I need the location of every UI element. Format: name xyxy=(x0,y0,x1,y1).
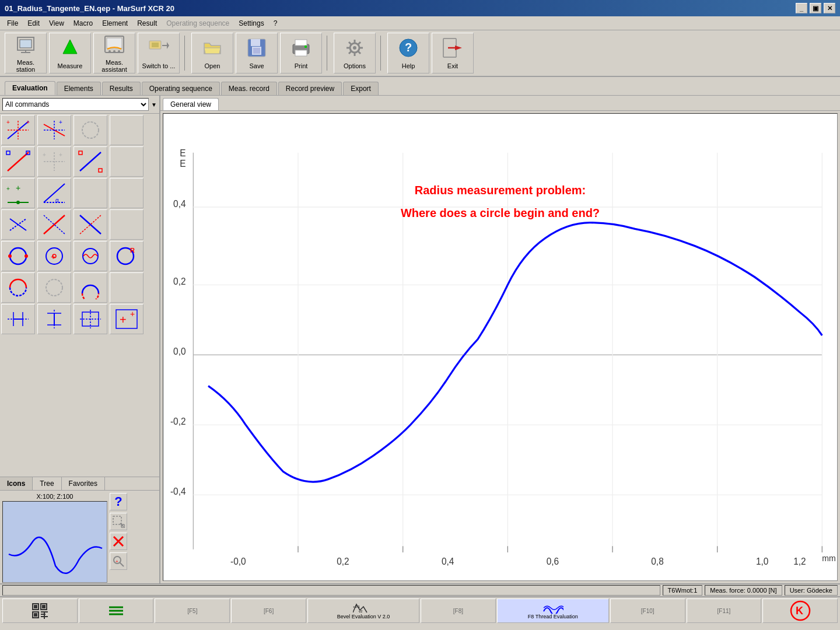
help-button[interactable]: ? Help xyxy=(387,33,429,74)
tab-evaluation[interactable]: Evaluation xyxy=(5,81,55,95)
icon-circle-r[interactable]: R xyxy=(110,241,144,271)
help-svg: ? xyxy=(398,37,419,58)
meas-station-button[interactable]: Meas. station xyxy=(5,33,47,74)
icon-empty[interactable] xyxy=(110,115,144,145)
toolbar-separator-3 xyxy=(380,36,383,71)
icon-diag-blue-red2[interactable] xyxy=(74,209,107,240)
bottom-qr-button[interactable] xyxy=(2,598,78,623)
icon-line-red-diag[interactable] xyxy=(1,146,35,177)
print-label: Print xyxy=(295,62,308,69)
print-svg xyxy=(290,37,312,58)
bottom-f8-button[interactable]: [F8] xyxy=(421,598,496,623)
svg-rect-92 xyxy=(113,516,121,524)
svg-rect-19 xyxy=(304,46,307,48)
icon-partial-circle-gray-svg xyxy=(41,276,67,299)
icon-line-blue-red[interactable] xyxy=(74,146,107,177)
switch-to-button[interactable]: Switch to ... xyxy=(138,33,180,74)
svg-point-55 xyxy=(16,201,20,204)
titlebar-controls[interactable]: _ ▣ ✕ xyxy=(796,3,835,13)
help-preview-button[interactable]: ? xyxy=(110,493,127,510)
svg-rect-17 xyxy=(295,40,307,46)
icon-empty4[interactable] xyxy=(110,178,144,208)
measure-button[interactable]: Measure xyxy=(49,33,91,74)
icon-measure-v[interactable] xyxy=(37,304,71,334)
meas-assistant-button[interactable]: Meas. assistant xyxy=(93,33,135,74)
icon-circle-cross[interactable]: + xyxy=(37,241,71,271)
icon-line-cross-blue[interactable]: + xyxy=(37,115,71,145)
menu-view[interactable]: View xyxy=(44,18,69,29)
tab-export[interactable]: Export xyxy=(343,82,379,95)
tab-operating-sequence[interactable]: Operating sequence xyxy=(142,82,220,95)
icon-plus-red[interactable]: + + xyxy=(110,304,144,334)
tab-meas-record[interactable]: Meas. record xyxy=(221,82,277,95)
open-button[interactable]: Open xyxy=(191,33,233,74)
icon-circle-wave[interactable] xyxy=(74,241,107,271)
icon-diag-red[interactable] xyxy=(37,209,71,240)
icon-parallel-lines[interactable] xyxy=(1,209,35,240)
icon-empty2[interactable] xyxy=(110,146,144,177)
save-button[interactable]: Save xyxy=(236,33,278,74)
svg-text:+: + xyxy=(6,186,10,192)
open-svg xyxy=(202,37,223,58)
menu-file[interactable]: File xyxy=(2,18,23,29)
bottom-f10-button[interactable]: [F10] xyxy=(610,598,685,623)
menu-help[interactable]: ? xyxy=(269,18,282,29)
icon-empty3-svg xyxy=(78,181,103,205)
icon-diag-red-svg xyxy=(41,213,67,236)
icon-point-green[interactable]: + + xyxy=(1,178,35,208)
menu-result[interactable]: Result xyxy=(132,18,162,29)
exit-button[interactable]: Exit xyxy=(432,33,474,74)
tab-results[interactable]: Results xyxy=(102,82,141,95)
exit-svg xyxy=(442,37,463,58)
svg-point-21 xyxy=(353,46,356,50)
menu-macro[interactable]: Macro xyxy=(69,18,97,29)
chart-svg: E E 0,4 0,2 0,0 -0,2 -0,4 xyxy=(163,114,837,580)
icon-partial-circle-gray[interactable] xyxy=(37,272,71,303)
bottom-thread-button[interactable]: F8 Thread Evaluation xyxy=(497,598,609,623)
tab-record-preview[interactable]: Record preview xyxy=(278,82,342,95)
left-tab-tree[interactable]: Tree xyxy=(33,477,61,490)
menu-settings[interactable]: Settings xyxy=(234,18,268,29)
icon-dashed-cross[interactable]: + + xyxy=(37,146,71,177)
svg-text:0,6: 0,6 xyxy=(547,556,559,566)
icon-partial-circle-blue[interactable] xyxy=(74,272,107,303)
bottom-f6-button[interactable]: [F6] xyxy=(231,598,306,623)
bottom-layers-button[interactable] xyxy=(79,598,154,623)
icon-circle-gray[interactable] xyxy=(74,115,107,145)
icon-empty3[interactable] xyxy=(74,178,107,208)
left-panel: All commands Favorites Recent ▼ + + xyxy=(0,96,160,583)
left-tab-favorites[interactable]: Favorites xyxy=(62,477,105,490)
minimize-button[interactable]: _ xyxy=(796,3,807,13)
options-button[interactable]: Options xyxy=(334,33,376,74)
delete-button[interactable] xyxy=(110,533,127,550)
commands-dropdown[interactable]: All commands Favorites Recent xyxy=(2,98,149,111)
print-button[interactable]: Print xyxy=(280,33,322,74)
bottom-f5-button[interactable]: [F5] xyxy=(155,598,230,623)
tab-elements[interactable]: Elements xyxy=(57,82,101,95)
icon-empty6[interactable] xyxy=(110,272,144,303)
icon-circle-blue-full[interactable] xyxy=(1,241,35,271)
toolbar-separator-2 xyxy=(327,36,329,71)
measure-svg xyxy=(60,37,80,58)
subtab-general-view[interactable]: General view xyxy=(163,98,219,110)
icon-angle-blue[interactable]: α xyxy=(37,178,71,208)
menu-edit[interactable]: Edit xyxy=(23,18,44,29)
svg-rect-53 xyxy=(99,169,102,172)
close-button[interactable]: ✕ xyxy=(824,3,835,13)
bottom-f11-button[interactable]: [F11] xyxy=(687,598,762,623)
bottom-bevel-button[interactable]: +0.1 v2 Bevel Evaluation V 2.0 xyxy=(307,598,419,623)
icon-empty5[interactable] xyxy=(110,209,144,240)
icon-line-cross-red[interactable]: + + xyxy=(1,115,35,145)
save-svg xyxy=(246,37,267,58)
print-icon xyxy=(290,37,312,61)
maximize-button[interactable]: ▣ xyxy=(810,3,821,13)
bottom-f12-button[interactable]: K xyxy=(762,598,838,623)
icon-measure-box[interactable] xyxy=(74,304,107,334)
left-tab-icons[interactable]: Icons xyxy=(0,477,33,490)
icon-measure-h[interactable] xyxy=(1,304,35,334)
select-region-button[interactable] xyxy=(110,513,127,530)
search-button[interactable]: + xyxy=(110,552,127,570)
menu-element[interactable]: Element xyxy=(97,18,132,29)
icon-partial-circle-red[interactable] xyxy=(1,272,35,303)
menu-operating-sequence[interactable]: Operating sequence xyxy=(162,18,234,29)
